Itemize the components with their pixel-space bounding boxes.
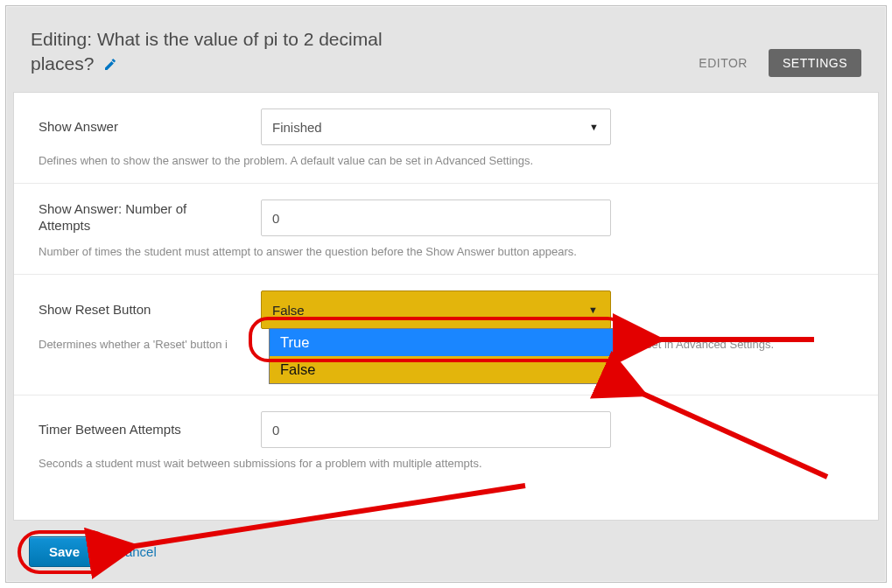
settings-panel[interactable]: Show Answer Finished ▼ Defines when to s… [13, 92, 879, 521]
dialog-frame: Editing: What is the value of pi to 2 de… [5, 5, 887, 583]
show-reset-button-select[interactable]: False [262, 291, 612, 328]
timer-between-attempts-help: Seconds a student must wait between subm… [39, 457, 853, 470]
dialog-header: Editing: What is the value of pi to 2 de… [6, 6, 886, 86]
setting-show-answer: Show Answer Finished ▼ Defines when to s… [14, 93, 878, 184]
title-prefix: Editing: [31, 29, 97, 49]
tab-settings[interactable]: SETTINGS [769, 49, 861, 77]
pencil-icon[interactable] [103, 58, 117, 76]
show-answer-attempts-help: Number of times the student must attempt… [39, 245, 853, 258]
show-answer-help: Defines when to show the answer to the p… [39, 154, 853, 167]
show-reset-button-label: Show Reset Button [39, 302, 240, 318]
setting-timer-between-attempts: Timer Between Attempts Seconds a student… [14, 396, 878, 486]
show-answer-select[interactable]: Finished [261, 108, 611, 145]
cancel-button[interactable]: Cancel [116, 544, 157, 559]
timer-between-attempts-label: Timer Between Attempts [39, 422, 240, 438]
show-reset-button-value: False [272, 303, 305, 318]
tab-bar: EDITOR SETTINGS [688, 49, 861, 77]
dialog-footer: Save Cancel [6, 521, 886, 582]
show-answer-attempts-label: Show Answer: Number of Attempts [39, 201, 240, 234]
setting-show-answer-attempts: Show Answer: Number of Attempts Number o… [14, 184, 878, 275]
page-title: Editing: What is the value of pi to 2 de… [31, 29, 383, 74]
show-answer-select-wrap: Finished ▼ [261, 108, 611, 145]
show-reset-button-select-wrap: False ▼ [261, 290, 611, 329]
show-answer-attempts-input[interactable] [261, 200, 611, 236]
show-reset-help-right: e set in Advanced Settings. [636, 338, 774, 351]
timer-between-attempts-input[interactable] [261, 411, 611, 448]
show-answer-label: Show Answer [39, 119, 240, 136]
show-reset-help-left: Determines whether a 'Reset' button i [39, 338, 228, 351]
save-button[interactable]: Save [29, 536, 100, 567]
dropdown-option-true[interactable]: True [270, 329, 618, 356]
title-wrap: Editing: What is the value of pi to 2 de… [31, 27, 416, 77]
show-reset-button-dropdown: True False [269, 328, 619, 384]
setting-show-reset-button: Show Reset Button False ▼ True False Det… [14, 275, 878, 396]
tab-editor[interactable]: EDITOR [688, 49, 758, 77]
dropdown-option-false[interactable]: False [270, 356, 618, 383]
